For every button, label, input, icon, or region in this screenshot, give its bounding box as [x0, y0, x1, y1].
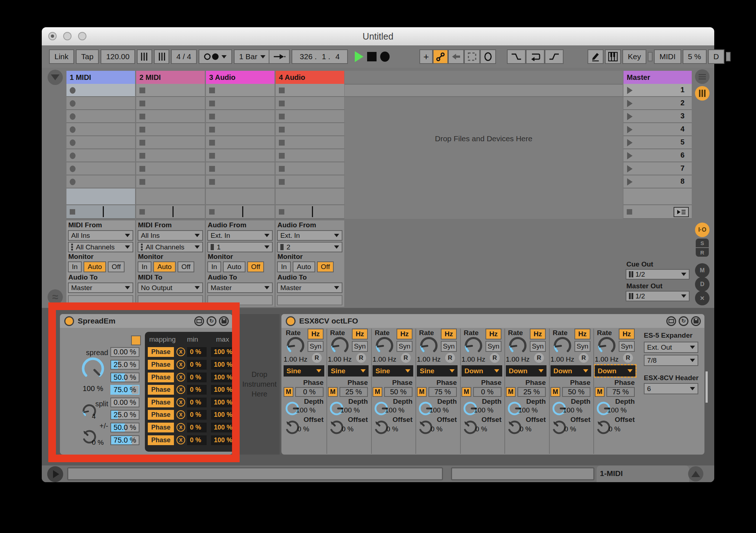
- clip-slot[interactable]: [66, 162, 135, 175]
- clip-slot[interactable]: [136, 97, 205, 110]
- io-to-select[interactable]: No Output: [138, 282, 203, 293]
- clip-record-icon[interactable]: [70, 179, 76, 185]
- phase-map-button[interactable]: M: [328, 387, 338, 397]
- phase-map-button[interactable]: M: [506, 387, 516, 397]
- spread-value-field[interactable]: 75.0 %: [110, 435, 139, 445]
- clip-stop-icon[interactable]: [209, 114, 215, 119]
- clip-record-icon[interactable]: [70, 152, 76, 159]
- mapping-min-field[interactable]: 0 %: [187, 385, 207, 395]
- wave-select[interactable]: Down: [550, 365, 591, 377]
- clip-record-icon[interactable]: [70, 139, 76, 146]
- rate-hz-button[interactable]: Hz: [485, 329, 501, 339]
- rate-sync-button[interactable]: Syn: [308, 341, 324, 352]
- spread-value-field[interactable]: 0.00 %: [110, 398, 139, 407]
- clip-slot[interactable]: [66, 175, 135, 188]
- mapping-min-field[interactable]: 0 %: [187, 360, 207, 370]
- clip-stop-icon[interactable]: [279, 127, 285, 133]
- clip-stop-icon[interactable]: [279, 153, 285, 159]
- clip-slot[interactable]: [206, 149, 275, 162]
- mapping-target-button[interactable]: Phase: [148, 435, 174, 445]
- clip-stop-icon[interactable]: [209, 166, 215, 172]
- wave-select[interactable]: Sine: [328, 365, 369, 377]
- rate-sync-button[interactable]: Syn: [352, 341, 368, 352]
- crossfade-assign-button[interactable]: ✕: [695, 291, 710, 305]
- mapping-max-field[interactable]: 100 %: [211, 435, 240, 445]
- spreadem-toggle-button[interactable]: [131, 335, 141, 345]
- mapping-clear-button[interactable]: X: [176, 347, 185, 356]
- mapping-min-field[interactable]: 0 %: [187, 398, 207, 407]
- spread-value-field[interactable]: 25.0 %: [110, 410, 139, 420]
- clip-slot[interactable]: [66, 84, 135, 97]
- scene-launch-icon[interactable]: [627, 126, 633, 133]
- track-stop-icon[interactable]: [209, 209, 215, 215]
- rate-sync-button[interactable]: Syn: [530, 341, 546, 352]
- returns-section-button[interactable]: R: [696, 248, 709, 257]
- clip-stop-icon[interactable]: [139, 101, 145, 106]
- clip-slot[interactable]: [206, 162, 275, 175]
- rate-hz-button[interactable]: Hz: [530, 329, 546, 339]
- rate-knob[interactable]: [329, 335, 350, 356]
- clip-slot[interactable]: [136, 136, 205, 149]
- rate-sync-button[interactable]: Syn: [441, 341, 457, 352]
- clip-slot[interactable]: [136, 110, 205, 123]
- mapping-clear-button[interactable]: X: [176, 436, 185, 444]
- mapping-clear-button[interactable]: X: [176, 398, 185, 407]
- phase-field[interactable]: 0 %: [473, 387, 501, 397]
- clip-stop-icon[interactable]: [139, 179, 145, 185]
- retrigger-button[interactable]: R: [623, 353, 633, 363]
- crossfade-section-button[interactable]: ≈: [48, 289, 63, 305]
- mapping-clear-button[interactable]: X: [176, 385, 185, 394]
- io-channel-select[interactable]: All Channels: [68, 242, 133, 252]
- mixer-section-button[interactable]: [695, 86, 710, 101]
- rate-sync-button[interactable]: Syn: [619, 341, 635, 352]
- wave-select[interactable]: Down: [595, 365, 635, 377]
- mapping-min-field[interactable]: 0 %: [187, 410, 207, 420]
- hot-swap-icon[interactable]: [194, 316, 204, 326]
- mapping-max-field[interactable]: 100 %: [211, 373, 240, 382]
- phase-map-button[interactable]: M: [284, 387, 293, 397]
- track-header-1[interactable]: 1 MIDI: [66, 71, 135, 84]
- device-activator-button[interactable]: [64, 316, 74, 326]
- mapping-max-field[interactable]: 100 %: [211, 410, 240, 420]
- io-channel-select[interactable]: 1: [207, 242, 273, 252]
- monitor-auto-button[interactable]: Auto: [293, 261, 315, 272]
- clip-slot[interactable]: [206, 97, 275, 110]
- io-to-select[interactable]: Master: [277, 282, 342, 293]
- stop-all-icon[interactable]: [627, 209, 632, 215]
- clip-stop-icon[interactable]: [209, 88, 215, 93]
- monitor-in-button[interactable]: In: [207, 261, 221, 272]
- clip-stop-icon[interactable]: [279, 166, 285, 172]
- wave-select[interactable]: Down: [506, 365, 546, 377]
- retrigger-button[interactable]: R: [579, 353, 589, 363]
- rate-knob[interactable]: [418, 335, 439, 356]
- rate-hz-button[interactable]: Hz: [308, 329, 324, 339]
- spread-value-field[interactable]: 0.00 %: [110, 347, 139, 357]
- scene-slot[interactable]: 8: [623, 175, 692, 188]
- rate-knob[interactable]: [507, 335, 528, 356]
- rate-sync-button[interactable]: Syn: [574, 341, 590, 352]
- scene-slot[interactable]: 3: [623, 110, 692, 123]
- es5-channel-select[interactable]: 7/8: [644, 355, 698, 366]
- scene-slot[interactable]: 7: [623, 162, 692, 175]
- retrigger-button[interactable]: R: [312, 353, 322, 363]
- clip-stop-icon[interactable]: [139, 153, 145, 159]
- stop-all-clips-button[interactable]: [674, 207, 689, 217]
- mapping-max-field[interactable]: 100 %: [211, 360, 240, 370]
- io-channel-select[interactable]: All Channels: [138, 242, 203, 252]
- clip-slot[interactable]: [276, 175, 344, 188]
- io-to-select[interactable]: Master: [207, 282, 273, 293]
- clip-slot[interactable]: [66, 136, 135, 149]
- clip-slot[interactable]: [206, 123, 275, 136]
- spread-value-field[interactable]: 50.0 %: [110, 423, 139, 432]
- mapping-target-button[interactable]: Phase: [148, 398, 174, 407]
- mapping-clear-button[interactable]: X: [176, 410, 185, 419]
- phase-field[interactable]: 50 %: [562, 387, 590, 397]
- clip-slot[interactable]: [206, 175, 275, 188]
- scene-slot[interactable]: 4: [623, 123, 692, 136]
- clip-stop-icon[interactable]: [139, 166, 145, 172]
- mapping-min-field[interactable]: 0 %: [187, 347, 207, 357]
- clip-stop-icon[interactable]: [279, 140, 285, 146]
- phase-field[interactable]: 75 %: [606, 387, 635, 397]
- io-from-select[interactable]: Ext. In: [207, 230, 273, 241]
- clip-slot[interactable]: [276, 123, 344, 136]
